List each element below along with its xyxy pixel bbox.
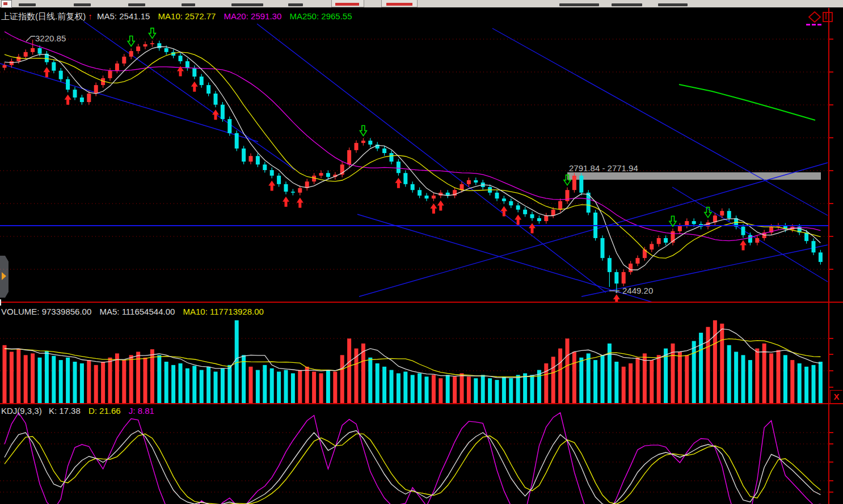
menu-item-fragment [658, 3, 688, 6]
toolbar-button[interactable] [381, 0, 418, 7]
ma20-label: MA20: 2591.30 [224, 11, 282, 21]
gap-band [567, 172, 821, 180]
kdj-label: KDJ(9,3,3) [1, 406, 42, 416]
main-chart-header: 上证指数(日线.前复权) ↑ MA5: 2541.15 MA10: 2572.7… [1, 11, 352, 22]
kdj-pane-header: KDJ(9,3,3) K: 17.38 D: 21.66 J: 8.81 [1, 406, 154, 416]
expand-right-icon [2, 272, 6, 280]
volume-pane-header: VOLUME: 97339856.00 MA5: 111654544.00 MA… [1, 307, 264, 316]
menu-item-fragment [128, 3, 145, 6]
kdj-d-label: D: 21.66 [88, 406, 121, 416]
chart-canvas[interactable] [0, 0, 843, 504]
ma250-label: MA250: 2965.55 [289, 11, 352, 21]
app-icon [1, 0, 12, 8]
gap-range-annotation: 2791.84 - 2771.94 [569, 163, 638, 173]
magenta-dash-icon [817, 24, 821, 26]
volume-ma10-label: MA10: 117713928.00 [183, 307, 264, 316]
low-price-annotation: ←2449.20 [614, 286, 653, 295]
magenta-dash-icon [806, 24, 810, 26]
menu-item-fragment [559, 3, 599, 6]
volume-ma5-label: MA5: 111654544.00 [99, 307, 175, 316]
kdj-j-label: J: 8.81 [129, 406, 154, 416]
menu-item-fragment [74, 3, 91, 6]
sidebar-expander-tab[interactable] [0, 256, 9, 298]
menu-item-fragment [231, 3, 263, 6]
high-price-annotation: 3220.85 [35, 33, 66, 43]
menu-item-fragment [182, 3, 195, 6]
pane-close-button[interactable]: X [830, 390, 842, 404]
menu-item-fragment [19, 3, 36, 6]
menu-item-fragment [288, 3, 303, 6]
kdj-k-label: K: 17.38 [49, 406, 81, 416]
volume-value-label: VOLUME: 97339856.00 [1, 307, 91, 316]
ma10-label: MA10: 2572.77 [158, 11, 216, 21]
ma5-label: MA5: 2541.15 [97, 11, 150, 21]
toolbar-button[interactable] [331, 0, 364, 7]
magenta-dash-icon [812, 24, 816, 26]
instrument-title: 上证指数(日线.前复权) [1, 11, 86, 21]
trend-up-arrow-icon: ↑ [88, 11, 92, 21]
menu-item-fragment [612, 3, 642, 6]
trading-app-window: 上证指数(日线.前复权) ↑ MA5: 2541.15 MA10: 2572.7… [0, 0, 843, 504]
top-toolbar[interactable] [0, 0, 843, 8]
